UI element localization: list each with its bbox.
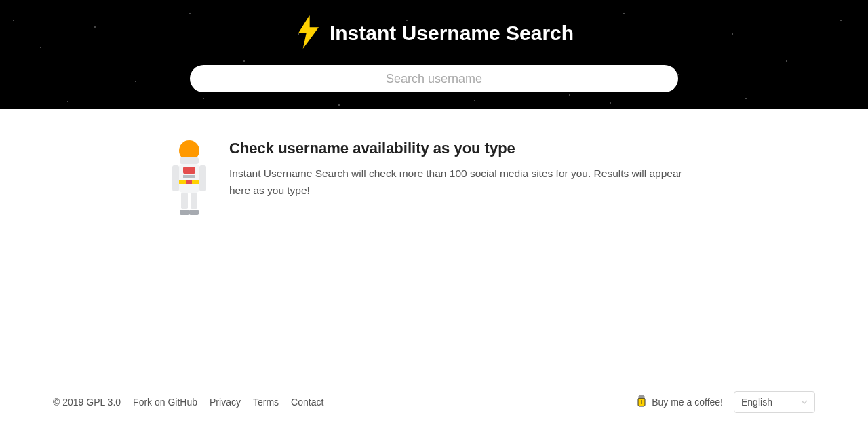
page-footer: © 2019 GPL 3.0 Fork on GitHub Privacy Te… [0, 370, 868, 434]
coffee-cup-icon [637, 395, 646, 410]
intro-text: Check username availability as you type … [229, 140, 698, 370]
chevron-down-icon [801, 397, 808, 408]
title-row: Instant Username Search [294, 15, 574, 52]
fork-github-link[interactable]: Fork on GitHub [133, 397, 197, 408]
svg-rect-10 [181, 193, 188, 209]
terms-link[interactable]: Terms [253, 397, 279, 408]
copyright-text: © 2019 GPL 3.0 [53, 397, 121, 408]
lightning-bolt-icon [294, 15, 323, 52]
intro-card: Check username availability as you type … [170, 140, 698, 370]
buy-coffee-label: Buy me a coffee! [652, 397, 723, 408]
footer-right: Buy me a coffee! English [637, 391, 815, 413]
page-title: Instant Username Search [330, 22, 574, 45]
svg-rect-9 [186, 180, 192, 184]
svg-rect-11 [191, 193, 197, 209]
buy-coffee-link[interactable]: Buy me a coffee! [637, 395, 723, 410]
svg-rect-13 [189, 210, 199, 215]
svg-rect-4 [199, 165, 206, 191]
page-header: Instant Username Search [0, 0, 868, 108]
search-wrap [190, 65, 678, 92]
svg-rect-3 [172, 165, 179, 191]
svg-rect-6 [183, 167, 195, 174]
main-content: Check username availability as you type … [0, 108, 868, 370]
privacy-link[interactable]: Privacy [210, 397, 241, 408]
svg-rect-2 [180, 157, 199, 164]
astronaut-icon [170, 140, 209, 370]
svg-rect-7 [183, 175, 195, 178]
svg-rect-15 [639, 396, 644, 398]
svg-rect-12 [180, 210, 189, 215]
search-input[interactable] [190, 65, 678, 92]
intro-body: Instant Username Search will check more … [229, 165, 698, 199]
svg-marker-0 [298, 15, 319, 49]
language-select[interactable]: English [734, 391, 815, 413]
contact-link[interactable]: Contact [291, 397, 323, 408]
language-selected-label: English [741, 397, 772, 408]
intro-heading: Check username availability as you type [229, 140, 698, 157]
footer-left: © 2019 GPL 3.0 Fork on GitHub Privacy Te… [53, 397, 323, 408]
